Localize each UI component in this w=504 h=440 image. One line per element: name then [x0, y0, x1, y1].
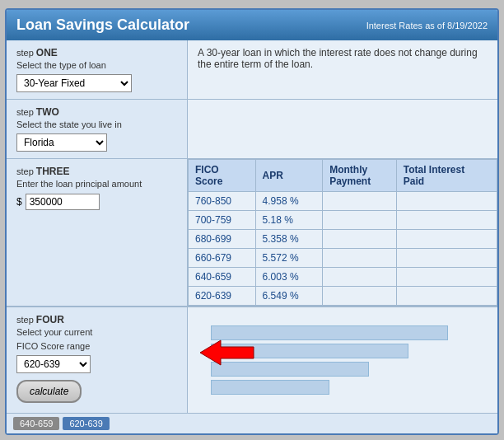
step4-row: step FOUR Select your current FICO Score…	[7, 307, 497, 413]
dollar-sign: $	[16, 196, 22, 208]
hint-640: 640-659	[13, 417, 59, 430]
fico-table-container: FICOScore APR MonthlyPayment Total Inter…	[188, 159, 497, 306]
cell-total	[396, 211, 497, 230]
step4-chart	[188, 307, 497, 413]
chart-inner	[188, 307, 497, 413]
step3-row: step THREE Enter the loan principal amou…	[7, 159, 497, 307]
cell-apr: 5.18 %	[255, 211, 323, 230]
chart-bar-4	[211, 380, 329, 395]
calculator-title: Loan Savings Calculator	[16, 16, 189, 34]
state-select[interactable]: Florida Alabama Georgia Texas	[16, 133, 107, 152]
step2-sublabel: Select the state you live in	[16, 119, 177, 129]
table-row: 700-7595.18 %	[189, 211, 497, 230]
cell-total	[396, 268, 497, 287]
cell-apr: 5.358 %	[255, 230, 323, 249]
arrow-indicator	[196, 332, 262, 376]
amount-input-row: $	[16, 194, 177, 210]
cell-apr: 6.549 %	[255, 287, 323, 306]
cell-total	[396, 249, 497, 268]
fico-score-select[interactable]: 760-850 700-759 680-699 660-679 640-659 …	[16, 355, 91, 373]
step1-label: step ONE	[16, 47, 177, 59]
col-header-total: Total InterestPaid	[396, 160, 497, 192]
step4-panel: step FOUR Select your current FICO Score…	[7, 307, 188, 413]
cell-total	[396, 287, 497, 306]
fico-table: FICOScore APR MonthlyPayment Total Inter…	[188, 159, 497, 306]
step2-right	[188, 100, 497, 158]
arrow-svg	[196, 332, 262, 373]
cell-monthly	[323, 249, 397, 268]
svg-marker-0	[200, 340, 254, 365]
step2-panel: step TWO Select the state you live in Fl…	[7, 100, 188, 158]
table-row: 620-6396.549 %	[189, 287, 497, 306]
table-row: 640-6596.003 %	[189, 268, 497, 287]
step4-sublabel2: FICO Score range	[16, 341, 177, 351]
table-row: 680-6995.358 %	[189, 230, 497, 249]
col-header-fico: FICOScore	[189, 160, 256, 192]
step4-label: step FOUR	[16, 314, 177, 325]
step3-label: step THREE	[16, 166, 177, 177]
cell-monthly	[323, 287, 397, 306]
calculate-button[interactable]: calculate	[16, 380, 82, 403]
cell-apr: 6.003 %	[255, 268, 323, 287]
step1-panel: step ONE Select the type of loan 30-Year…	[7, 40, 188, 99]
step3-sublabel: Enter the loan principal amount	[16, 179, 177, 189]
cell-apr: 4.958 %	[255, 192, 323, 211]
cell-total	[396, 192, 497, 211]
step2-row: step TWO Select the state you live in Fl…	[7, 100, 497, 159]
cell-fico: 660-679	[189, 249, 256, 268]
step1-row: step ONE Select the type of loan 30-Year…	[7, 40, 497, 100]
loan-type-select[interactable]: 30-Year Fixed 15-Year Fixed 5/1 ARM	[16, 74, 132, 92]
interest-rate-date: Interest Rates as of 8/19/2022	[366, 21, 488, 30]
step4-sublabel1: Select your current	[16, 327, 177, 337]
col-header-apr: APR	[255, 160, 323, 192]
cell-monthly	[323, 268, 397, 287]
bottom-hints: 640-659 620-639	[7, 413, 497, 433]
loan-calculator: Loan Savings Calculator Interest Rates a…	[5, 8, 499, 435]
col-header-monthly: MonthlyPayment	[323, 160, 397, 192]
table-row: 760-8504.958 %	[189, 192, 497, 211]
step3-panel: step THREE Enter the loan principal amou…	[7, 159, 188, 306]
cell-fico: 700-759	[189, 211, 256, 230]
cell-monthly	[323, 192, 397, 211]
step1-description: A 30-year loan in which the interest rat…	[188, 40, 497, 99]
hint-620: 620-639	[63, 417, 109, 430]
cell-monthly	[323, 211, 397, 230]
calculator-header: Loan Savings Calculator Interest Rates a…	[7, 10, 497, 40]
cell-fico: 620-639	[189, 287, 256, 306]
cell-monthly	[323, 230, 397, 249]
principal-input[interactable]	[26, 194, 100, 210]
cell-apr: 5.572 %	[255, 249, 323, 268]
step1-sublabel: Select the type of loan	[16, 60, 177, 70]
step2-label: step TWO	[16, 106, 177, 118]
cell-fico: 760-850	[189, 192, 256, 211]
cell-fico: 680-699	[189, 230, 256, 249]
table-row: 660-6795.572 %	[189, 249, 497, 268]
cell-total	[396, 230, 497, 249]
cell-fico: 640-659	[189, 268, 256, 287]
